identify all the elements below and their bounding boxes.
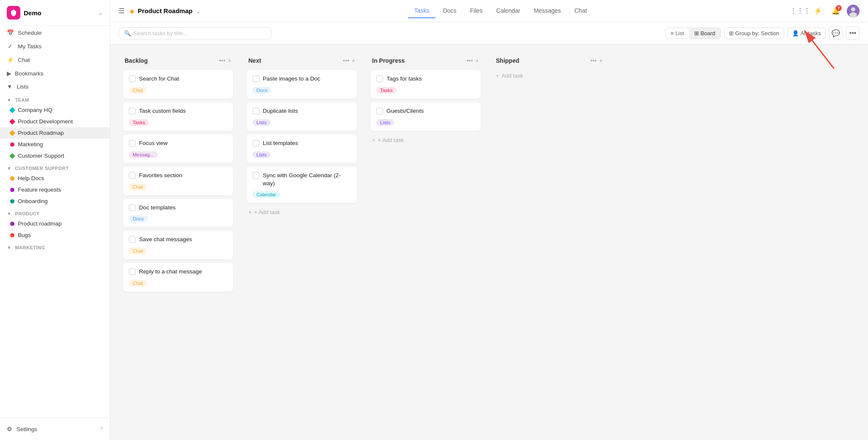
task-card[interactable]: Reply to a chat message Chat [123,263,233,292]
menu-icon[interactable]: ☰ [119,7,125,15]
task-checkbox[interactable] [129,75,136,82]
task-tag: Calendar [253,191,280,198]
tab-calendar[interactable]: Calendar [490,4,526,18]
task-tag: Lists [376,119,394,126]
column-header-in-progress: In Progress ••• + [370,56,481,67]
task-checkbox[interactable] [129,236,136,243]
tab-chat[interactable]: Chat [568,4,593,18]
sidebar-section-product[interactable]: ▼ PRODUCT [0,207,110,218]
view-list-btn[interactable]: ≡ List [665,28,689,39]
task-card[interactable]: Favorites section Chat [123,167,233,195]
sidebar-item-feature-requests[interactable]: Feature requests [0,184,110,195]
task-checkbox[interactable] [129,204,136,211]
search-placeholder: Search tasks by title... [134,30,187,36]
sidebar-item-company-hq[interactable]: Company HQ [0,104,110,116]
task-card[interactable]: Paste images to a Doc Docs [247,70,357,99]
feature-requests-icon [10,188,14,192]
sidebar-item-marketing[interactable]: Marketing [0,139,110,150]
group-by-btn[interactable]: ⊞ Group by: Section [724,28,784,39]
flash-icon: ⚡ [814,7,822,15]
column-add-icon[interactable]: + [476,57,479,64]
task-checkbox[interactable] [129,268,136,275]
sidebar-item-bugs[interactable]: Bugs [0,229,110,241]
column-next: Next ••• + Paste images to a Doc Docs Du… [242,51,361,223]
sidebar-item-bookmarks[interactable]: ▶ Bookmarks [0,67,110,80]
customer-support-icon [9,153,15,159]
sidebar-item-onboarding[interactable]: Onboarding [0,195,110,207]
task-card[interactable]: Focus view Messag... [123,134,233,163]
sidebar-item-product-roadmap-2[interactable]: Product roadmap [0,218,110,229]
ellipsis-btn[interactable]: ••• [846,26,860,40]
ellipsis-icon: ••• [849,29,857,37]
add-task-next-btn[interactable]: + + Add task [247,206,357,218]
task-card[interactable]: List templates Lists [247,134,357,163]
more-options-btn[interactable]: 💬 [829,26,843,40]
column-actions-shipped[interactable]: ••• + [590,57,603,64]
task-card[interactable]: Sync with Google Calendar (2-way) Calend… [247,167,357,203]
task-checkbox[interactable] [253,75,259,82]
sidebar-item-my-tasks[interactable]: ✓ My Tasks [0,39,110,53]
task-checkbox[interactable] [376,75,383,82]
sidebar-item-product-roadmap[interactable]: Product Roadmap [0,127,110,139]
workspace-chevron-icon[interactable]: ⌄ [98,9,103,16]
sidebar-item-product-development[interactable]: Product Development [0,116,110,127]
svg-point-2 [849,12,857,17]
person-icon: 👤 [792,30,799,36]
sidebar-bottom: ⚙ Settings ? [0,418,110,440]
add-task-in-progress-btn[interactable]: + + Add task [370,134,481,146]
group-icon: ⊞ [729,30,734,36]
sidebar-section-customer-support[interactable]: ▼ CUSTOMER SUPPORT [0,162,110,173]
task-card[interactable]: Tags for tasks Tasks [370,70,481,99]
sidebar-item-customer-support[interactable]: Customer Support [0,150,110,162]
task-checkbox[interactable] [253,140,259,147]
column-actions-next[interactable]: ••• + [343,57,355,64]
column-title-shipped: Shipped [496,57,519,64]
all-tasks-btn[interactable]: 👤 All tasks [787,28,826,39]
add-icon: + [248,209,252,215]
task-card[interactable]: Task custom fields Tasks [123,102,233,131]
tab-tasks[interactable]: Tasks [408,4,435,18]
column-actions-in-progress[interactable]: ••• + [467,57,479,64]
search-box[interactable]: 🔍 Search tasks by title... [119,27,271,39]
check-icon: ✓ [7,43,14,50]
task-checkbox[interactable] [129,140,136,147]
add-icon: + [372,137,376,143]
tab-files[interactable]: Files [464,4,489,18]
column-add-icon[interactable]: + [352,57,355,64]
notification-icon-btn[interactable]: 🔔 7 [829,4,843,18]
task-checkbox[interactable] [376,108,383,114]
lightning-icon-btn[interactable]: ⚡ [811,4,825,18]
task-checkbox[interactable] [129,172,136,179]
task-card[interactable]: Search for Chat Chat [123,70,233,99]
task-checkbox[interactable] [129,108,136,114]
tab-docs[interactable]: Docs [437,4,462,18]
sidebar-item-help-docs[interactable]: Help Docs [0,173,110,184]
help-icon[interactable]: ? [100,426,103,432]
sidebar-item-chat[interactable]: ⚡ Chat [0,53,110,67]
project-chevron-icon[interactable]: ⌄ [196,8,201,14]
column-add-icon[interactable]: + [599,57,603,64]
sidebar: Demo ⌄ 📅 Schedule ✓ My Tasks ⚡ Chat ▶ Bo… [0,0,110,440]
view-board-btn[interactable]: ⊞ Board [689,28,721,39]
add-task-shipped-btn[interactable]: + Add task [494,70,604,81]
grid-icon-btn[interactable]: ⋮⋮⋮ [793,4,807,18]
task-card[interactable]: Doc templates Docs [123,199,233,228]
task-title: Tags for tasks [387,75,422,83]
task-checkbox[interactable] [253,172,259,179]
company-hq-icon [9,107,15,113]
task-checkbox[interactable] [253,108,259,114]
column-add-icon[interactable]: + [228,57,231,64]
tab-messages[interactable]: Messages [528,4,567,18]
sidebar-lists-label[interactable]: ▼ Lists [0,80,110,93]
column-actions-backlog[interactable]: ••• + [219,57,231,64]
task-card[interactable]: Save chat messages Chat [123,231,233,259]
user-avatar[interactable] [847,5,860,17]
sidebar-item-schedule[interactable]: 📅 Schedule [0,26,110,39]
project-title[interactable]: Product Roadmap [138,7,192,14]
sidebar-section-team[interactable]: ▼ TEAM [0,93,110,104]
notification-badge: 7 [836,5,842,11]
task-card[interactable]: Duplicate lists Lists [247,102,357,131]
sidebar-item-settings[interactable]: ⚙ Settings ? [0,421,110,437]
sidebar-section-marketing[interactable]: ▼ MARKETING [0,241,110,252]
task-card[interactable]: Guests/Clients Lists [370,102,481,131]
